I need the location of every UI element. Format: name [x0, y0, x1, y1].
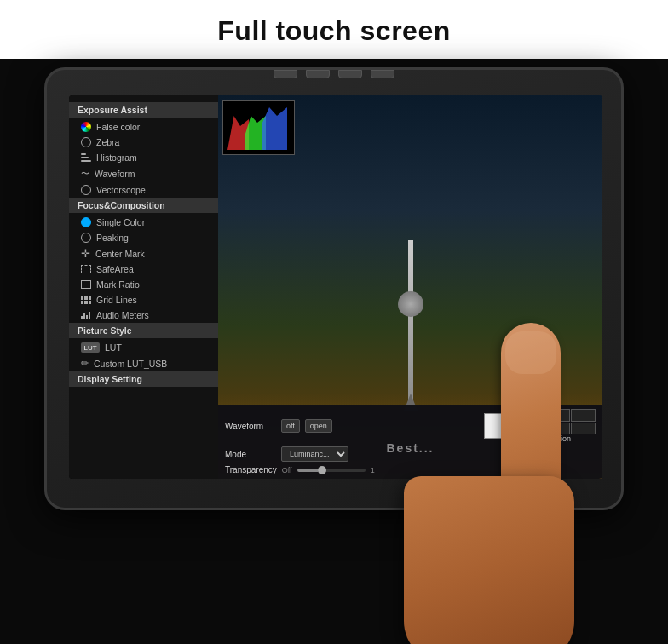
- transparency-control-row: Transparency Off 1: [225, 465, 596, 474]
- page-title: Full touch screen: [217, 15, 450, 46]
- top-button-4[interactable]: [371, 70, 394, 78]
- screen[interactable]: Exposure Assist False color Zebra Histog…: [69, 95, 602, 479]
- title-area: Full touch screen: [0, 0, 668, 59]
- menu-label-vectorscope: Vectorscope: [96, 185, 146, 195]
- menu-item-lut[interactable]: LUT LUT: [69, 340, 218, 355]
- grid-icon: [81, 296, 91, 304]
- exposure-section-header: Exposure Assist: [69, 102, 218, 118]
- top-button-2[interactable]: [306, 70, 330, 78]
- menu-panel: Exposure Assist False color Zebra Histog…: [69, 95, 218, 479]
- menu-item-safe-area[interactable]: SafeArea: [69, 262, 218, 277]
- menu-item-zebra[interactable]: Zebra: [69, 135, 218, 150]
- mode-select[interactable]: Luminanc... RGB Wa...: [281, 446, 348, 462]
- top-button-3[interactable]: [338, 70, 362, 78]
- menu-item-false-color[interactable]: False color: [69, 119, 218, 135]
- waveform-off-button[interactable]: off: [281, 419, 300, 433]
- device-top-buttons: [274, 70, 394, 78]
- menu-label-histogram: Histogram: [96, 152, 137, 163]
- grid-box-4[interactable]: [519, 423, 544, 435]
- menu-label-safe-area: SafeArea: [96, 264, 134, 274]
- cross-icon: ✛: [81, 248, 90, 259]
- grid-box-6[interactable]: [571, 423, 596, 435]
- focus-section-header: Focus&Composition: [69, 198, 218, 213]
- page-background: Full touch screen Exposure Assist: [0, 0, 668, 644]
- dashed-icon: [81, 265, 91, 273]
- wave-icon: 〜: [81, 168, 89, 180]
- transparency-slider[interactable]: [297, 469, 366, 472]
- menu-label-custom-lut: Custom LUT_USB: [94, 359, 167, 369]
- menu-item-histogram[interactable]: Histogram: [69, 150, 218, 165]
- menu-item-waveform[interactable]: 〜 Waveform: [69, 165, 218, 182]
- menu-item-peaking[interactable]: Peaking: [69, 230, 218, 245]
- display-section-header: Display Setting: [69, 371, 218, 387]
- menu-item-mark-ratio[interactable]: Mark Ratio: [69, 277, 218, 292]
- position-label: Position: [519, 434, 596, 443]
- false-color-icon: [81, 122, 91, 132]
- ratio-icon: [81, 280, 91, 289]
- watermark: Best...: [386, 441, 434, 455]
- grid-box-1[interactable]: [519, 409, 544, 422]
- waveform-overlay-thumbnail: [222, 100, 295, 155]
- menu-item-single-color[interactable]: Single Color: [69, 215, 218, 230]
- transparency-max-label: 1: [371, 466, 375, 474]
- position-grid: [519, 409, 596, 434]
- pencil-icon: ✏: [81, 358, 89, 369]
- position-preview-box: [484, 413, 514, 439]
- menu-item-vectorscope[interactable]: Vectorscope: [69, 182, 218, 198]
- top-button-1[interactable]: [274, 70, 297, 78]
- grid-box-3[interactable]: [571, 409, 596, 422]
- lut-box-icon: LUT: [81, 342, 100, 353]
- waveform-control-row: Waveform off open: [225, 409, 596, 443]
- transparency-label: Transparency: [225, 465, 277, 474]
- vector-icon: [81, 185, 91, 195]
- menu-label-lut: LUT: [105, 342, 122, 353]
- grid-box-2[interactable]: [544, 409, 569, 422]
- waveform-blue: [262, 107, 287, 150]
- menu-item-audio-meters[interactable]: Audio Meters: [69, 308, 218, 323]
- dot-filled-icon: [81, 217, 91, 227]
- menu-label-center-mark: Center Mark: [95, 249, 145, 259]
- menu-label-grid-lines: Grid Lines: [96, 295, 137, 305]
- menu-label-false-color: False color: [96, 122, 140, 132]
- circle-icon: [81, 137, 91, 147]
- menu-label-zebra: Zebra: [96, 137, 119, 147]
- screen-main: Best... Waveform off open: [218, 95, 602, 479]
- histogram-icon: [81, 153, 91, 162]
- waveform-label: Waveform: [225, 422, 276, 431]
- waveform-open-button[interactable]: open: [305, 419, 332, 433]
- menu-label-mark-ratio: Mark Ratio: [96, 279, 140, 290]
- waveform-content: [223, 101, 294, 154]
- mode-label: Mode: [225, 450, 276, 459]
- menu-label-waveform: Waveform: [95, 169, 135, 179]
- device-wrapper: Exposure Assist False color Zebra Histog…: [44, 67, 624, 595]
- menu-label-audio-meters: Audio Meters: [96, 310, 149, 320]
- picture-section-header: Picture Style: [69, 323, 218, 338]
- dot-icon: [81, 233, 91, 243]
- audio-icon: [81, 311, 91, 319]
- device-body: Exposure Assist False color Zebra Histog…: [44, 67, 624, 510]
- transparency-off-label: Off: [282, 466, 292, 474]
- grid-box-5[interactable]: [544, 423, 569, 435]
- menu-label-peaking: Peaking: [96, 233, 129, 243]
- transparency-slider-thumb: [318, 466, 326, 474]
- tv-tower: [408, 240, 413, 411]
- menu-item-custom-lut[interactable]: ✏ Custom LUT_USB: [69, 355, 218, 371]
- menu-item-center-mark[interactable]: ✛ Center Mark: [69, 245, 218, 262]
- menu-label-single-color: Single Color: [96, 217, 145, 227]
- menu-item-grid-lines[interactable]: Grid Lines: [69, 292, 218, 308]
